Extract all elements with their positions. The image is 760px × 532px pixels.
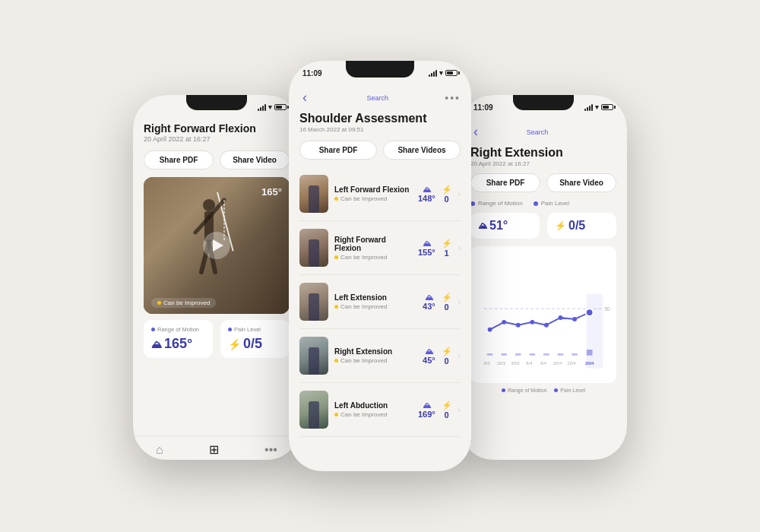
search-label-right[interactable]: Search xyxy=(527,128,549,136)
assessment-item[interactable]: Right Extension Can be Improved ⛰ 45° ⚡ … xyxy=(299,329,461,383)
play-button[interactable] xyxy=(203,232,230,259)
battery-icon-r xyxy=(601,104,613,110)
chevron-right-icon: › xyxy=(458,190,461,198)
item-metrics: ⛰ 155° ⚡ 1 xyxy=(418,239,452,258)
pain-icon: ⚡ xyxy=(442,293,452,302)
center-share-videos-button[interactable]: Share Videos xyxy=(383,141,461,160)
video-status: Can be Improved xyxy=(151,298,216,308)
search-nav-row: ‹ Search ••• xyxy=(299,88,461,107)
battery-icon-c xyxy=(445,70,458,76)
center-screen: 11:09 ▾ ‹ Search ••• Shoulder Assessment… xyxy=(289,61,471,471)
pain-dot xyxy=(228,328,232,331)
svg-rect-16 xyxy=(572,353,578,356)
assessment-item[interactable]: Right Forward Flexion Can be Improved ⛰ … xyxy=(299,221,461,275)
center-subtitle: 16 March 2022 at 09:51 xyxy=(299,126,461,133)
svg-text:20/4: 20/4 xyxy=(553,361,562,366)
item-pain-val: 0 xyxy=(445,195,449,204)
status-dot xyxy=(334,413,338,416)
right-share-video-button[interactable]: Share Video xyxy=(546,173,616,192)
status-dot xyxy=(334,197,338,201)
notch-left xyxy=(186,95,247,110)
search-nav-row-right: ‹ Search xyxy=(470,122,616,141)
status-dot xyxy=(334,305,338,309)
chevron-right-icon: › xyxy=(458,352,461,360)
status-icons-right: ▾ xyxy=(584,103,613,111)
right-subtitle: 20 April 2022 at 16:27 xyxy=(470,160,616,167)
pain-icon: ⚡ xyxy=(442,401,452,410)
status-dot xyxy=(334,255,338,259)
chevron-right-icon: › xyxy=(458,406,461,414)
item-name: Left Forward Flexion xyxy=(334,185,412,194)
video-angle-label: 165° xyxy=(261,186,282,198)
chart-legend-top: Range of Motion Pain Level xyxy=(470,200,616,207)
phone-right: 11:09 ▾ ‹ Search Right Extension 20 Apri… xyxy=(460,95,627,460)
assessment-item[interactable]: Left Abduction Can be Improved ⛰ 169° ⚡ … xyxy=(299,383,461,437)
svg-text:8/4: 8/4 xyxy=(540,361,547,366)
item-name: Right Extension xyxy=(334,347,416,356)
right-screen: 11:09 ▾ ‹ Search Right Extension 20 Apri… xyxy=(460,95,627,460)
center-share-buttons: Share PDF Share Videos xyxy=(299,141,461,160)
item-info: Left Extension Can be Improved xyxy=(334,293,416,310)
left-share-video-button[interactable]: Share Video xyxy=(220,150,290,169)
pain-value: ⚡ 0/5 xyxy=(228,336,282,352)
line-chart: 50 xyxy=(477,254,610,378)
pain-icon: ⚡ xyxy=(442,185,452,195)
item-pain: ⚡ 0 xyxy=(442,293,452,312)
chart-pain-dot xyxy=(554,388,558,392)
assessment-item[interactable]: Left Extension Can be Improved ⛰ 43° ⚡ 0… xyxy=(299,275,461,329)
notch-center xyxy=(346,61,414,78)
item-rom-val: 148° xyxy=(418,194,435,203)
svg-point-21 xyxy=(530,320,534,325)
svg-text:30/3: 30/3 xyxy=(511,361,519,366)
thumb-figure xyxy=(309,239,319,267)
rom-metric: Range of Motion ⛰ 165° xyxy=(144,320,213,358)
thumb-figure xyxy=(309,347,319,375)
item-rom: ⛰ 45° xyxy=(423,347,435,365)
item-rom-val: 169° xyxy=(418,410,435,419)
legend-rom: Range of Motion xyxy=(470,200,523,207)
item-rom: ⛰ 148° xyxy=(418,185,435,203)
legend-pain: Pain Level xyxy=(534,200,569,207)
assessment-item[interactable]: Left Forward Flexion Can be Improved ⛰ 1… xyxy=(299,167,461,221)
video-player[interactable]: 165° Can be Improved xyxy=(144,177,290,314)
pain-icon: ⚡ xyxy=(442,347,452,356)
thumb-figure xyxy=(309,293,319,321)
item-pain-val: 0 xyxy=(445,356,449,366)
item-status: Can be Improved xyxy=(334,303,416,310)
rom-label: Range of Motion xyxy=(151,326,205,333)
back-button-right[interactable]: ‹ xyxy=(470,122,481,141)
search-label-center[interactable]: Search xyxy=(366,94,388,102)
rom-icon: ⛰ xyxy=(423,239,431,248)
time-right: 11:09 xyxy=(473,103,493,112)
nav-grid[interactable]: ⊞ xyxy=(201,442,226,457)
more-button-center[interactable]: ••• xyxy=(445,92,461,104)
back-button-center[interactable]: ‹ xyxy=(299,88,310,107)
thumb-figure xyxy=(309,185,319,213)
thumb-image xyxy=(299,229,328,267)
nav-home[interactable]: ⌂ xyxy=(148,443,171,457)
nav-more[interactable]: ••• xyxy=(257,443,285,457)
item-info: Left Forward Flexion Can be Improved xyxy=(334,185,412,202)
phone-center: 11:09 ▾ ‹ Search ••• Shoulder Assessment… xyxy=(289,61,471,471)
svg-text:20/4: 20/4 xyxy=(567,361,576,366)
right-share-pdf-button[interactable]: Share PDF xyxy=(470,173,540,192)
status-icons-left: ▾ xyxy=(258,103,287,111)
rom-icon: ⛰ xyxy=(425,347,433,356)
left-share-pdf-button[interactable]: Share PDF xyxy=(144,150,214,169)
right-share-buttons: Share PDF Share Video xyxy=(470,173,616,192)
right-metrics-row: ⛰ 51° ⚡ 0/5 xyxy=(470,213,616,239)
svg-rect-10 xyxy=(487,353,493,356)
item-info: Right Forward Flexion Can be Improved xyxy=(334,236,412,261)
center-share-pdf-button[interactable]: Share PDF xyxy=(299,141,377,160)
svg-rect-11 xyxy=(501,353,507,356)
battery-icon xyxy=(274,104,287,110)
rom-dot xyxy=(151,328,155,331)
chart-legend-pain: Pain Level xyxy=(554,388,585,393)
time-center: 11:09 xyxy=(302,69,322,78)
svg-text:8/4: 8/4 xyxy=(526,361,533,366)
chevron-right-icon: › xyxy=(458,244,461,252)
item-name: Left Extension xyxy=(334,293,416,302)
legend-pain-dot xyxy=(534,201,538,206)
item-info: Right Extension Can be Improved xyxy=(334,347,416,364)
item-pain-val: 0 xyxy=(445,410,449,420)
